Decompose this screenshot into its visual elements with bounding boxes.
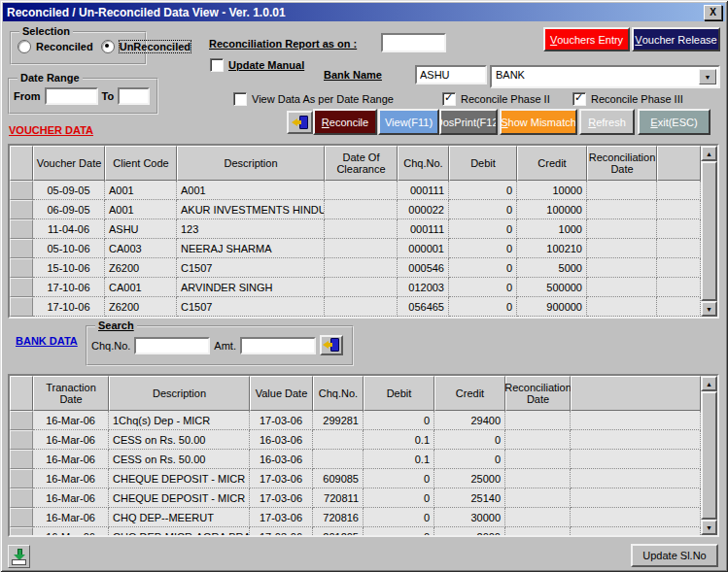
checkbox-icon[interactable]	[442, 92, 456, 106]
column-header[interactable]: Reconciliation Date	[505, 376, 571, 411]
table-row[interactable]: 16-Mar-06CHQ DEP-MICR-AGRA BRANC17-03-06…	[10, 527, 701, 535]
table-row[interactable]: 06-09-05A001AKUR INVESTMENTS HINDUST0000…	[10, 200, 701, 219]
table-row[interactable]: 05-09-05A001A001000111010000	[10, 181, 701, 200]
scroll-up-icon[interactable]: ▲	[701, 376, 717, 391]
table-row[interactable]: 16-Mar-06CHEQUE DEPOSIT - MICR17-03-0672…	[10, 488, 701, 508]
table-cell: 16-Mar-06	[33, 450, 109, 469]
table-cell: 2000	[434, 527, 505, 535]
column-header[interactable]: Chq.No.	[398, 146, 449, 181]
exit-button[interactable]: Exit(ESC)	[638, 109, 711, 135]
table-cell: 16-Mar-06	[33, 430, 109, 450]
row-selector[interactable]	[10, 278, 33, 297]
search-amt-input[interactable]	[242, 339, 314, 353]
voucher-release-button[interactable]: Voucher Release	[632, 27, 720, 51]
radio-icon[interactable]	[17, 40, 31, 53]
column-header[interactable]: Tranaction Date	[33, 376, 109, 411]
column-header[interactable]: Credit	[434, 376, 505, 411]
radio-option-unreconciled[interactable]: UnReconciled	[101, 40, 191, 53]
table-cell	[325, 258, 398, 278]
table-row[interactable]: 17-10-06CA001ARVINDER SINGH0120030500000	[10, 278, 701, 297]
scroll-up-icon[interactable]: ▲	[701, 146, 717, 161]
table-row[interactable]: 16-Mar-06CESS on Rs. 50.0016-03-060.10	[10, 450, 701, 469]
update-slno-button[interactable]: Update Sl.No	[631, 544, 718, 567]
row-selector[interactable]	[10, 411, 33, 430]
refresh-button[interactable]: Refresh	[579, 109, 635, 135]
table-row[interactable]: 11-04-06ASHU12300011101000	[10, 219, 701, 239]
column-header[interactable]: Value Date	[250, 376, 313, 411]
scroll-down-icon[interactable]: ▼	[701, 520, 717, 535]
chevron-down-icon[interactable]: ▼	[699, 69, 716, 84]
row-selector[interactable]	[10, 239, 33, 258]
bank-table-scrollbar[interactable]: ▲ ▼	[701, 376, 717, 535]
row-selector[interactable]	[10, 450, 33, 469]
row-selector[interactable]	[10, 469, 33, 488]
table-cell: ASHU	[105, 219, 177, 239]
reconcile-button[interactable]: Reconcile	[313, 109, 377, 135]
table-row[interactable]: 16-Mar-06CESS on Rs. 50.0016-03-060.10	[10, 430, 701, 450]
table-row[interactable]: 17-10-06Z6200C15070564650900000	[10, 297, 701, 317]
view-button[interactable]: View(F11)	[378, 109, 439, 135]
table-cell: 720811	[313, 488, 364, 508]
column-header[interactable]: Reconciliation Date	[587, 146, 657, 181]
bank-name-combo[interactable]: BANK ▼	[490, 65, 720, 88]
table-cell: 05-10-06	[33, 239, 105, 258]
scrollbar-thumb[interactable]	[701, 161, 717, 301]
table-row[interactable]: 16-Mar-06CHQ DEP--MEERUT17-03-0672081603…	[10, 508, 701, 527]
table-cell: C1507	[177, 258, 325, 278]
to-date-input[interactable]	[120, 89, 148, 103]
table-cell: 0	[364, 527, 434, 535]
report-as-on-input[interactable]	[383, 35, 444, 50]
table-cell-filler	[571, 450, 701, 469]
checkbox-icon[interactable]	[572, 92, 586, 106]
update-manual-checkbox[interactable]	[210, 58, 224, 72]
filter-checkbox-row-2[interactable]: Reconcile Phase III	[572, 92, 683, 106]
scrollbar-thumb[interactable]	[701, 391, 717, 520]
column-header[interactable]: Credit	[517, 146, 587, 181]
table-cell: 16-03-06	[250, 430, 313, 450]
row-selector[interactable]	[10, 430, 33, 450]
vouchers-entry-button[interactable]: Vouchers Entry	[543, 27, 630, 51]
column-header[interactable]: Client Code	[105, 146, 177, 181]
row-selector[interactable]	[10, 181, 33, 200]
table-cell	[325, 278, 398, 297]
radio-option-reconciled[interactable]: Reconciled	[17, 40, 93, 53]
row-selector[interactable]	[10, 508, 33, 527]
filter-checkbox-row-1[interactable]: Reconcile Phase II	[442, 92, 550, 106]
column-header[interactable]: Chq.No.	[313, 376, 364, 411]
column-header[interactable]: Debit	[449, 146, 517, 181]
row-selector[interactable]	[10, 258, 33, 278]
row-selector[interactable]	[10, 527, 33, 535]
table-row[interactable]: 16-Mar-06CHEQUE DEPOSIT - MICR17-03-0660…	[10, 469, 701, 488]
radio-label: UnReconciled	[120, 41, 191, 52]
table-row[interactable]: 16-Mar-061Chq(s) Dep - MICR17-03-0629928…	[10, 411, 701, 430]
table-row[interactable]: 05-10-06CA003NEERAJ SHARMA0000010100210	[10, 239, 701, 258]
close-button[interactable]: X	[704, 5, 722, 20]
column-header[interactable]: Voucher Date	[33, 146, 105, 181]
row-selector[interactable]	[10, 297, 33, 317]
voucher-table-scrollbar[interactable]: ▲ ▼	[701, 146, 717, 317]
update-manual-checkbox-row[interactable]: Update Manual	[210, 58, 304, 72]
column-header[interactable]: Description	[109, 376, 250, 411]
dosprint-button[interactable]: DosPrint(F12)	[439, 109, 498, 135]
row-selector[interactable]	[10, 219, 33, 239]
from-date-input[interactable]	[47, 89, 96, 103]
show-mismatch-button[interactable]: Show Mismatch	[500, 109, 577, 135]
checkbox-icon[interactable]	[233, 92, 247, 106]
search-chq-input[interactable]	[136, 339, 208, 353]
row-selector[interactable]	[10, 488, 33, 508]
column-header[interactable]: Description	[177, 146, 325, 181]
column-header[interactable]: Date Of Clearance	[325, 146, 398, 181]
row-selector[interactable]	[10, 200, 33, 219]
export-button[interactable]	[8, 545, 30, 568]
select-all-header-cell[interactable]	[10, 376, 33, 411]
table-row[interactable]: 15-10-06Z6200C150700054605000	[10, 258, 701, 278]
bank-code-input[interactable]	[417, 67, 485, 83]
select-all-header-cell[interactable]	[10, 146, 33, 181]
navigate-back-button[interactable]	[287, 111, 313, 134]
search-go-button[interactable]	[320, 335, 343, 355]
radio-icon[interactable]	[101, 40, 115, 53]
filter-checkbox-row-0[interactable]: View Data As per Date Range	[233, 92, 394, 106]
table-cell-filler	[657, 181, 701, 200]
scroll-down-icon[interactable]: ▼	[701, 301, 717, 317]
column-header[interactable]: Debit	[364, 376, 434, 411]
